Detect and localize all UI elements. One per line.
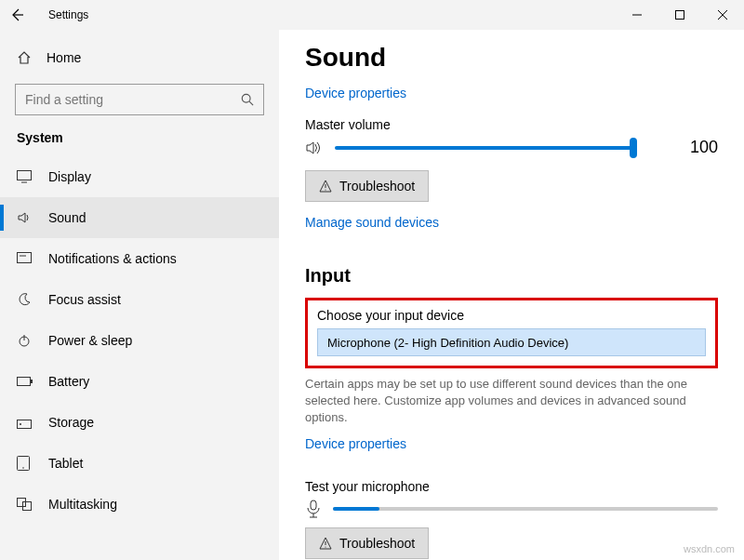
nav-label: Focus assist	[48, 292, 121, 307]
nav-label: Notifications & actions	[48, 251, 177, 266]
svg-point-27	[325, 546, 326, 547]
breadcrumb: System	[0, 127, 279, 156]
maximize-button[interactable]	[658, 0, 701, 30]
titlebar: Settings	[0, 0, 744, 30]
svg-line-6	[249, 101, 253, 105]
nav-item-focus[interactable]: Focus assist	[0, 279, 279, 320]
troubleshoot-label-2: Troubleshoot	[339, 536, 415, 551]
nav-home-label: Home	[46, 50, 81, 65]
mic-level-bar	[333, 507, 718, 511]
minimize-icon	[632, 10, 642, 20]
volume-slider[interactable]	[335, 146, 634, 150]
input-device-value: Microphone (2- High Definition Audio Dev…	[327, 336, 568, 350]
display-icon	[17, 170, 33, 183]
manage-devices-link[interactable]: Manage sound devices	[305, 215, 439, 230]
arrow-left-icon	[9, 7, 24, 22]
nav-label: Tablet	[48, 456, 83, 471]
choose-input-label: Choose your input device	[317, 308, 706, 323]
microphone-icon	[305, 500, 322, 518]
mic-level-fill	[333, 507, 379, 511]
volume-row: 100	[305, 138, 718, 157]
warning-icon	[319, 537, 332, 550]
svg-point-5	[242, 94, 250, 102]
nav-item-tablet[interactable]: Tablet	[0, 443, 279, 484]
main-content: Sound Device properties Master volume 10…	[279, 30, 744, 560]
watermark: wsxdn.com	[684, 543, 735, 554]
search-icon	[241, 93, 254, 106]
nav-item-multitasking[interactable]: Multitasking	[0, 484, 279, 525]
device-properties-link-2[interactable]: Device properties	[305, 436, 406, 451]
maximize-icon	[675, 10, 684, 20]
highlight-box: Choose your input device Microphone (2- …	[305, 298, 718, 368]
home-icon	[17, 50, 32, 65]
search-input[interactable]	[15, 84, 264, 115]
nav-item-display[interactable]: Display	[0, 156, 279, 197]
test-mic-label: Test your microphone	[305, 479, 718, 494]
nav-label: Multitasking	[48, 497, 117, 512]
storage-icon	[17, 416, 33, 429]
svg-rect-15	[18, 420, 32, 429]
slider-thumb[interactable]	[630, 138, 637, 158]
power-icon	[17, 333, 33, 348]
svg-rect-14	[31, 380, 33, 383]
input-device-select[interactable]: Microphone (2- High Definition Audio Dev…	[317, 328, 706, 356]
nav-list: Display Sound Notifications & actions	[0, 156, 279, 560]
troubleshoot-button-2[interactable]: Troubleshoot	[305, 527, 429, 559]
svg-rect-2	[676, 11, 684, 20]
troubleshoot-label: Troubleshoot	[339, 179, 415, 193]
notifications-icon	[17, 252, 33, 265]
tablet-icon	[17, 456, 33, 471]
svg-point-16	[20, 423, 21, 425]
device-properties-link[interactable]: Device properties	[305, 86, 406, 100]
nav-item-sound[interactable]: Sound	[0, 197, 279, 238]
input-help-text: Certain apps may be set up to use differ…	[305, 376, 705, 427]
page-title: Sound	[305, 43, 718, 73]
multitask-icon	[17, 498, 33, 511]
nav-label: Battery	[48, 374, 89, 389]
svg-rect-23	[311, 500, 316, 510]
svg-rect-7	[18, 171, 32, 180]
nav-home[interactable]: Home	[0, 39, 279, 76]
nav-item-storage[interactable]: Storage	[0, 402, 279, 443]
search-field[interactable]	[25, 92, 241, 107]
close-icon	[718, 10, 727, 20]
nav-label: Sound	[48, 210, 86, 225]
mic-test-row	[305, 500, 718, 518]
battery-icon	[17, 376, 33, 387]
warning-icon	[319, 180, 332, 193]
nav-label: Display	[48, 169, 91, 184]
back-button[interactable]	[9, 7, 43, 22]
svg-point-22	[325, 189, 326, 190]
nav-item-notifications[interactable]: Notifications & actions	[0, 238, 279, 279]
nav-label: Storage	[48, 415, 94, 430]
sound-icon	[17, 210, 33, 225]
speaker-icon[interactable]	[305, 139, 324, 157]
close-button[interactable]	[701, 0, 744, 30]
master-volume-label: Master volume	[305, 117, 718, 132]
window-title: Settings	[48, 8, 88, 21]
volume-value: 100	[668, 138, 718, 157]
minimize-button[interactable]	[616, 0, 658, 30]
input-heading: Input	[305, 265, 718, 287]
nav-label: Power & sleep	[48, 333, 132, 348]
sidebar: Home System Display	[0, 30, 279, 560]
nav-item-battery[interactable]: Battery	[0, 361, 279, 402]
nav-item-power[interactable]: Power & sleep	[0, 320, 279, 361]
svg-rect-9	[18, 253, 32, 263]
troubleshoot-button[interactable]: Troubleshoot	[305, 170, 429, 202]
moon-icon	[17, 292, 33, 307]
svg-rect-13	[18, 378, 31, 386]
svg-point-18	[22, 467, 24, 469]
